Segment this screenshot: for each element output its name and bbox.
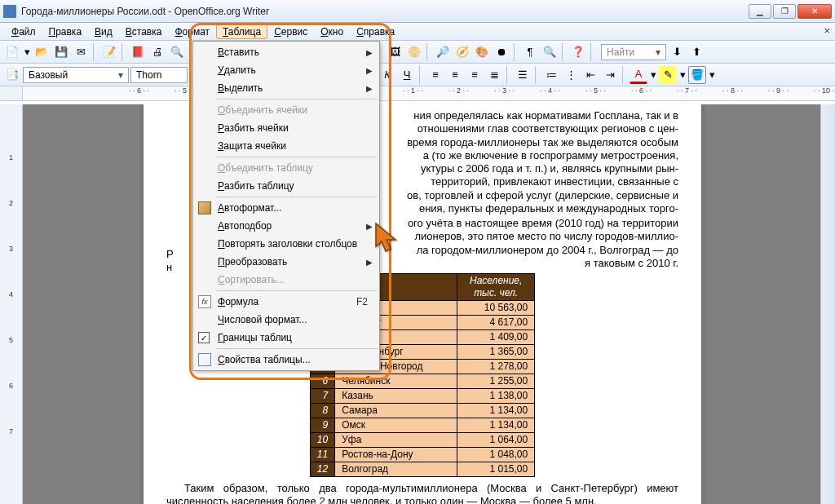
table-header-population: Население, тыс. чел. — [457, 274, 535, 301]
underline-button[interactable]: Ч — [398, 66, 416, 84]
menu-item-формула[interactable]: ФормулаF2fx — [193, 293, 379, 311]
menu-item-защита-ячейки[interactable]: Защита ячейки — [193, 137, 379, 155]
new-doc-button[interactable]: 📄 — [3, 43, 21, 61]
find-prev-icon[interactable]: ⬆ — [687, 43, 705, 61]
numbered-list-button[interactable]: ≔ — [542, 66, 560, 84]
help-button[interactable]: ❓ — [569, 43, 587, 61]
ruler-vertical: 1234567 — [0, 104, 23, 504]
menu-правка[interactable]: Правка — [42, 24, 89, 39]
align-center-button[interactable]: ≡ — [446, 66, 464, 84]
table-row: 9Омск1 134,00 — [310, 418, 534, 433]
menu-item-автоподбор[interactable]: Автоподбор▶ — [193, 217, 379, 235]
save-button[interactable]: 💾 — [52, 43, 70, 61]
zoom-button[interactable]: 🔍 — [541, 43, 559, 61]
open-button[interactable]: 📂 — [33, 43, 51, 61]
preview-button[interactable]: 🔍 — [168, 43, 186, 61]
menu-файл[interactable]: Файл — [5, 24, 42, 39]
toolbar-formatting: 📑 Базовый▾ Thorn К Ч ≡ ≡ ≡ ≣ ☰ ≔ ⋮ ⇤ ⇥ A… — [0, 64, 835, 86]
menu-формат[interactable]: Формат — [168, 24, 216, 39]
menu-item-сортировать-: Сортировать... — [193, 271, 379, 289]
menu-item-границы-таблиц[interactable]: Границы таблиц✓ — [193, 329, 379, 347]
data-sources-button[interactable]: 📀 — [405, 43, 423, 61]
menu-item-свойства-таблицы-[interactable]: Свойства таблицы... — [193, 351, 379, 369]
menu-справка[interactable]: Справка — [350, 24, 401, 39]
menu-item-объединить-ячейки: Объединить ячейки — [193, 101, 379, 119]
menu-item-автоформат-[interactable]: Автоформат... — [193, 199, 379, 217]
edit-button[interactable]: 📝 — [100, 43, 118, 61]
table-row: 8Самара1 134,00 — [310, 404, 534, 418]
vertical-scrollbar[interactable] — [820, 104, 835, 504]
find-button[interactable]: 🔎 — [434, 43, 452, 61]
menu-item-разбить-ячейки[interactable]: Разбить ячейки — [193, 119, 379, 137]
export-pdf-button[interactable]: 📕 — [129, 43, 147, 61]
body-text: Таким образом, только два города-мультим… — [166, 482, 678, 504]
find-next-icon[interactable]: ⬇ — [668, 43, 686, 61]
app-icon — [3, 5, 16, 18]
menu-окно[interactable]: Окно — [314, 24, 350, 39]
highlight-drop[interactable]: ▾ — [678, 66, 687, 84]
bgcolor-button[interactable]: 🪣 — [688, 66, 706, 84]
document-canvas: ния определялась как нормативами Госплан… — [23, 104, 820, 504]
gallery-button[interactable]: 🖼 — [386, 43, 404, 61]
print-button[interactable]: 🖨 — [148, 43, 166, 61]
style-combo[interactable]: Базовый▾ — [23, 67, 129, 83]
menu-вид[interactable]: Вид — [88, 24, 119, 39]
menu-item-числовой-формат-[interactable]: Числовой формат... — [193, 311, 379, 329]
table-row: 12Волгоград1 015,00 — [310, 462, 534, 477]
menu-сервис[interactable]: Сервис — [267, 24, 314, 39]
menu-вставка[interactable]: Вставка — [119, 24, 169, 39]
styles-button[interactable]: 📑 — [3, 66, 21, 84]
gallery2-button[interactable]: 🎨 — [473, 43, 491, 61]
menu-item-объединить-таблицу: Объединить таблицу — [193, 159, 379, 177]
table-row: 11Ростов-на-Дону1 048,00 — [310, 448, 534, 462]
line-spacing-button[interactable]: ☰ — [514, 66, 532, 84]
record-button[interactable]: ⏺ — [493, 43, 510, 61]
font-color-button[interactable]: A — [630, 66, 647, 84]
align-justify-button[interactable]: ≣ — [485, 66, 503, 84]
font-color-drop[interactable]: ▾ — [649, 66, 657, 84]
nonprinting-button[interactable]: ¶ — [521, 43, 539, 61]
table-row: 6Челябинск1 255,00 — [310, 374, 534, 389]
align-right-button[interactable]: ≡ — [466, 66, 484, 84]
font-combo[interactable]: Thorn — [130, 67, 188, 83]
table-row: 10Уфа1 064,00 — [310, 433, 534, 448]
maximize-button[interactable]: ❐ — [773, 4, 796, 19]
menu-item-вставить[interactable]: Вставить▶ — [193, 43, 379, 61]
table-menu-dropdown: Вставить▶Удалить▶Выделить▶Объединить яче… — [192, 41, 380, 371]
toolbar-standard: 📄 ▾ 📂 💾 ✉ 📝 📕 🖨 🔍 🖼 📀 🔎 🧭 🎨 ⏺ ¶ 🔍 ❓ Найт… — [0, 41, 835, 64]
document-close-icon[interactable]: × — [824, 24, 830, 37]
menu-item-разбить-таблицу[interactable]: Разбить таблицу — [193, 177, 379, 195]
window-title: Города-миллионеры России.odt - OpenOffic… — [21, 6, 749, 17]
titlebar: Города-миллионеры России.odt - OpenOffic… — [0, 0, 835, 23]
find-input[interactable]: Найти▾ — [601, 44, 666, 60]
ruler-horizontal: · · 6 · · · · 5 · · · · 4 · · · · 3 · · … — [0, 86, 835, 101]
mail-button[interactable]: ✉ — [72, 43, 90, 61]
menu-item-преобразовать[interactable]: Преобразовать▶ — [193, 253, 379, 271]
bgcolor-drop[interactable]: ▾ — [708, 66, 716, 84]
menu-таблица[interactable]: Таблица — [216, 24, 267, 39]
bullet-list-button[interactable]: ⋮ — [562, 66, 580, 84]
table-row: 7Казань1 138,00 — [310, 389, 534, 404]
navigator-button[interactable]: 🧭 — [453, 43, 471, 61]
menu-item-удалить[interactable]: Удалить▶ — [193, 61, 379, 79]
menu-item-повторять-заголовки-столбцов[interactable]: Повторять заголовки столбцов — [193, 235, 379, 253]
minimize-button[interactable]: ▁ — [749, 4, 771, 19]
indent-dec-button[interactable]: ⇤ — [581, 66, 599, 84]
italic-button[interactable]: К — [378, 66, 396, 84]
close-button[interactable]: ✕ — [797, 4, 832, 19]
align-left-button[interactable]: ≡ — [426, 66, 444, 84]
highlight-button[interactable]: ✎ — [659, 66, 677, 84]
menubar: ФайлПравкаВидВставкаФорматТаблицаСервисО… — [0, 23, 835, 41]
menu-item-выделить[interactable]: Выделить▶ — [193, 79, 379, 97]
new-dropdown-icon[interactable]: ▾ — [23, 43, 31, 61]
indent-inc-button[interactable]: ⇥ — [601, 66, 619, 84]
